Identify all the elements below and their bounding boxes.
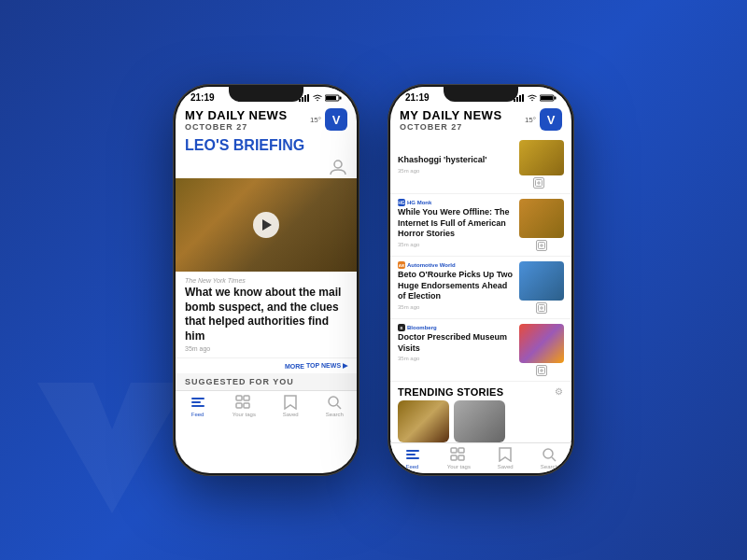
nav-label-saved-2: Saved: [498, 464, 514, 469]
svg-rect-7: [326, 96, 336, 100]
status-icons-2: [514, 94, 557, 102]
nav-search-1[interactable]: Search: [325, 395, 344, 417]
share-icon-museum[interactable]: [536, 365, 547, 376]
app-icon-1[interactable]: V: [325, 108, 347, 131]
museum-source: B Bloomberg: [398, 324, 514, 331]
more-link[interactable]: TOP NEWS ▶: [306, 362, 347, 370]
nav-label-tags-2: Your tags: [447, 464, 471, 469]
lines-icon-2: [406, 450, 419, 459]
khashoggi-time: 35m ago: [398, 168, 514, 174]
profile-row: [176, 158, 357, 178]
app-icon-2[interactable]: V: [540, 108, 562, 131]
beto-image: [519, 261, 564, 301]
svg-rect-12: [244, 403, 249, 408]
search-icon-2: [540, 447, 558, 462]
sub-title-2: OCTOBER 27: [400, 122, 502, 132]
khashoggi-text-block: Khashoggi 'hysterical' 35m ago: [398, 155, 514, 174]
trending-thumb-1[interactable]: [398, 400, 449, 442]
beto-title: Beto O'Rourke Picks Up Two Huge Endorsem…: [398, 270, 514, 302]
nav-search-2[interactable]: Search: [540, 447, 558, 469]
nav-saved-2[interactable]: Saved: [496, 447, 514, 469]
feed-icon-1: [189, 395, 207, 410]
phone-2: 21:19: [388, 84, 574, 476]
wifi-icon: [313, 94, 322, 102]
svg-rect-6: [340, 96, 342, 99]
share-icon-beto[interactable]: [536, 302, 547, 314]
header-right-1: 15° V: [310, 108, 347, 131]
khashoggi-right: [514, 140, 564, 189]
header-title-2: MY DAILY NEWS OCTOBER 27: [400, 108, 502, 132]
nav-feed-1[interactable]: Feed: [189, 395, 207, 417]
horror-right: [519, 199, 564, 251]
line2: [191, 401, 201, 403]
suggested-label: SUGGESTED FOR YOU: [176, 373, 357, 390]
news-item-khashoggi[interactable]: Khashoggi 'hysterical' 35m ago: [390, 135, 571, 194]
app-header-2: MY DAILY NEWS OCTOBER 27 15° V: [390, 105, 571, 135]
tags-icon-2: [449, 447, 468, 462]
nav-feed-2[interactable]: Feed: [403, 447, 422, 469]
horror-text: HG HG Monk While You Were Offline: The I…: [398, 199, 514, 247]
line2-2: [406, 454, 416, 455]
temp-1: 15°: [310, 116, 321, 124]
svg-rect-37: [458, 455, 464, 460]
app-header-1: MY DAILY NEWS OCTOBER 27 15° V: [176, 105, 357, 135]
nav-saved-1[interactable]: Saved: [281, 395, 300, 417]
main-title-1: MY DAILY NEWS: [185, 108, 288, 122]
khashoggi-title: Khashoggi 'hysterical': [398, 155, 514, 166]
header-right-2: 15° V: [525, 108, 562, 131]
nav-label-tags-1: Your tags: [233, 412, 256, 417]
svg-rect-34: [451, 448, 457, 453]
tags-icon-1: [234, 395, 253, 410]
nav-label-search-2: Search: [541, 464, 558, 469]
khashoggi-image: [519, 140, 564, 175]
battery-icon-2: [540, 94, 557, 102]
article-title[interactable]: What we know about the mail bomb suspect…: [185, 286, 347, 343]
feed-icon-2: [403, 447, 422, 462]
svg-marker-0: [37, 383, 187, 513]
phones-container: 21:19: [173, 84, 574, 476]
nav-label-search-1: Search: [326, 412, 344, 417]
museum-text: B Bloomberg Doctor Prescribed Museum Vis…: [398, 324, 514, 361]
svg-rect-11: [236, 403, 242, 408]
news-article-1: The New York Times What we know about th…: [176, 272, 357, 357]
status-icons-1: [299, 94, 342, 102]
svg-rect-10: [244, 396, 249, 400]
temp-2: 15°: [525, 116, 536, 124]
article-source: The New York Times: [185, 277, 347, 284]
line1-2: [406, 450, 419, 452]
svg-rect-3: [304, 95, 306, 102]
notch-2: [444, 87, 518, 102]
svg-point-8: [334, 161, 342, 168]
search-icon-1: [325, 395, 344, 410]
beto-source: AW Automotive World: [398, 261, 514, 269]
museum-source-dot: B: [398, 324, 405, 331]
share-icon-horror[interactable]: [536, 240, 547, 251]
trending-header: TRENDING STORIES ⚙: [390, 382, 571, 400]
news-item-museum[interactable]: B Bloomberg Doctor Prescribed Museum Vis…: [390, 319, 571, 382]
profile-icon[interactable]: [329, 158, 347, 176]
phone-1: 21:19: [173, 84, 359, 476]
more-bar: MORE TOP NEWS ▶: [176, 357, 357, 373]
svg-rect-9: [236, 396, 242, 400]
svg-point-13: [329, 397, 338, 406]
svg-rect-21: [541, 96, 553, 100]
museum-right: [519, 324, 564, 376]
article-time: 35m ago: [185, 345, 347, 352]
scroll-content-2: Khashoggi 'hysterical' 35m ago HG: [390, 135, 571, 473]
trending-thumbs: [390, 400, 571, 442]
nav-tags-1[interactable]: Your tags: [233, 395, 256, 417]
beto-time: 35m ago: [398, 304, 514, 310]
share-icon-khashoggi[interactable]: [533, 177, 544, 189]
news-video-image[interactable]: [176, 178, 357, 272]
svg-rect-17: [519, 95, 521, 102]
line3-2: [406, 457, 419, 459]
news-item-horror[interactable]: HG HG Monk While You Were Offline: The I…: [390, 194, 571, 257]
horror-image: [519, 199, 564, 238]
gear-icon-trending[interactable]: ⚙: [553, 385, 564, 397]
play-button[interactable]: [253, 212, 279, 238]
svg-line-39: [552, 457, 556, 461]
svg-rect-4: [307, 94, 309, 102]
nav-tags-2[interactable]: Your tags: [447, 447, 471, 469]
trending-thumb-2[interactable]: [454, 400, 505, 442]
news-item-beto[interactable]: AW Automotive World Beto O'Rourke Picks …: [390, 257, 571, 319]
